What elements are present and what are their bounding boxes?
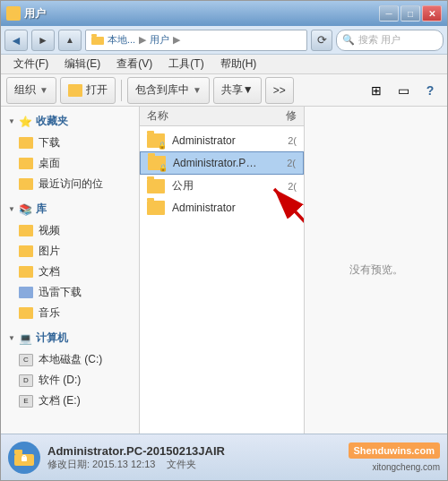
sidebar-item-drive-c[interactable]: C 本地磁盘 (C:)	[1, 349, 139, 370]
svg-rect-7	[14, 450, 22, 454]
sidebar-item-pictures[interactable]: 图片	[1, 241, 139, 262]
organize-label: 组织	[14, 82, 36, 98]
brand-area: Shenduwins.com xitongcheng.com	[349, 442, 440, 473]
file-item-0[interactable]: Administrator 2(	[140, 130, 304, 151]
sidebar-item-music[interactable]: 音乐	[1, 303, 139, 323]
desktop-label: 桌面	[39, 156, 60, 171]
music-label: 音乐	[39, 305, 60, 321]
svg-rect-1	[8, 9, 13, 12]
preview-toggle-button[interactable]: ▭	[392, 79, 415, 102]
drive-d-icon: D	[19, 374, 33, 387]
explorer-window: 用户 ─ □ ✕ ◄ ► ▲ 本地... ▶ 用户 ▶ ⟳ 🔍 搜索 用户	[0, 0, 448, 481]
svg-rect-0	[8, 12, 19, 18]
help-button[interactable]: ?	[418, 79, 442, 102]
close-button[interactable]: ✕	[422, 5, 442, 21]
menu-file[interactable]: 文件(F)	[6, 55, 56, 73]
favorites-header[interactable]: ▼ ⭐ 收藏夹	[1, 110, 139, 133]
file-item-1[interactable]: Administrator.PC-20150213JAIR 2(	[140, 151, 304, 175]
computer-expand-icon: ▼	[8, 334, 15, 342]
drive-d-label: 软件 (D:)	[39, 373, 81, 388]
thunder-folder-icon	[19, 287, 33, 298]
sidebar-item-thunder[interactable]: 迅雷下载	[1, 282, 139, 303]
sidebar-item-desktop[interactable]: 桌面	[1, 153, 139, 174]
file-name-2: 公用	[172, 178, 258, 193]
menu-tools[interactable]: 工具(T)	[161, 55, 211, 73]
file-item-2[interactable]: 公用 2(	[140, 175, 304, 197]
title-bar: 用户 ─ □ ✕	[1, 1, 447, 26]
organize-button[interactable]: 组织 ▼	[6, 77, 56, 104]
include-library-button[interactable]: 包含到库中 ▼	[127, 77, 210, 104]
share-button[interactable]: 共享▼	[213, 77, 262, 104]
file-date-1: 2(	[264, 158, 296, 168]
status-bar: Administrator.PC-20150213JAIR 修改日期: 2015…	[1, 434, 447, 480]
up-button[interactable]: ▲	[58, 30, 82, 51]
svg-rect-3	[91, 34, 97, 37]
computer-icon: 💻	[19, 332, 32, 345]
window-title: 用户	[24, 6, 46, 21]
brand-line2: xitongcheng.com	[372, 462, 440, 472]
menu-edit[interactable]: 编辑(E)	[57, 55, 108, 73]
minimize-button[interactable]: ─	[379, 5, 399, 21]
open-button[interactable]: 打开	[60, 77, 116, 104]
view-icon: ⊞	[371, 83, 382, 98]
computer-title: 计算机	[36, 331, 68, 346]
include-dropdown-icon: ▼	[193, 85, 202, 95]
menu-view[interactable]: 查看(V)	[109, 55, 159, 73]
search-bar[interactable]: 🔍 搜索 用户	[336, 30, 444, 51]
open-label: 打开	[86, 82, 108, 98]
main-content: ▼ ⭐ 收藏夹 下载 桌面 最近访问的位	[1, 107, 447, 434]
status-info: Administrator.PC-20150213JAIR 修改日期: 2015…	[47, 444, 341, 471]
forward-button[interactable]: ►	[31, 30, 55, 51]
view-toggle-button[interactable]: ⊞	[365, 79, 388, 102]
drive-c-icon: C	[19, 354, 33, 366]
pictures-folder-icon	[19, 245, 33, 257]
brand-line1: Shenduwins.com	[354, 445, 435, 456]
toolbar-right: ⊞ ▭ ?	[365, 79, 442, 102]
col-name-header[interactable]: 名称	[147, 108, 261, 124]
computer-header[interactable]: ▼ 💻 计算机	[1, 327, 139, 349]
file-folder-icon-2	[147, 179, 165, 193]
sidebar-item-drive-e[interactable]: E 文档 (E:)	[1, 391, 139, 411]
preview-icon: ▭	[398, 83, 409, 98]
file-date-3: 2(	[265, 202, 297, 213]
library-header[interactable]: ▼ 📚 库	[1, 198, 139, 220]
refresh-button[interactable]: ⟳	[311, 30, 332, 51]
maximize-button[interactable]: □	[401, 5, 420, 21]
menu-help[interactable]: 帮助(H)	[213, 55, 264, 73]
sidebar-item-video[interactable]: 视频	[1, 220, 139, 241]
file-name-3: Administrator	[172, 202, 258, 214]
video-label: 视频	[39, 223, 60, 238]
favorites-label: ⭐	[19, 116, 32, 128]
svg-rect-2	[91, 37, 104, 45]
sidebar-item-downloads[interactable]: 下载	[1, 133, 139, 153]
file-area: 名称 修 Administrator 2( Administrator.PC-2…	[140, 107, 304, 434]
library-section: ▼ 📚 库 视频 图片 文档 迅雷下载	[1, 198, 139, 323]
menu-bar: 文件(F) 编辑(E) 查看(V) 工具(T) 帮助(H)	[1, 55, 447, 74]
share-label: 共享▼	[221, 82, 254, 98]
drive-e-label: 文档 (E:)	[39, 393, 81, 408]
window-icon	[6, 6, 21, 21]
favorites-expand-icon: ▼	[8, 117, 15, 125]
sidebar-item-documents[interactable]: 文档	[1, 262, 139, 282]
nav-bar: ◄ ► ▲ 本地... ▶ 用户 ▶ ⟳ 🔍 搜索 用户	[1, 26, 447, 55]
toolbar: 组织 ▼ 打开 包含到库中 ▼ 共享▼ >> ⊞ ▭ ?	[1, 74, 447, 107]
folder-icon	[68, 84, 82, 97]
sidebar-item-drive-d[interactable]: D 软件 (D:)	[1, 370, 139, 391]
address-part-1: 本地...	[108, 33, 135, 47]
svg-rect-8	[22, 457, 27, 461]
recent-label: 最近访问的位	[39, 176, 103, 192]
downloads-folder-icon	[19, 137, 33, 149]
recent-folder-icon	[19, 178, 33, 190]
back-button[interactable]: ◄	[4, 30, 28, 51]
more-label: >>	[273, 84, 286, 97]
downloads-label: 下载	[39, 135, 60, 150]
col-date-header[interactable]: 修	[261, 108, 297, 124]
file-name-0: Administrator	[172, 134, 258, 147]
music-folder-icon	[19, 307, 33, 319]
address-bar[interactable]: 本地... ▶ 用户 ▶	[85, 30, 307, 51]
file-item-3[interactable]: Administrator 2(	[140, 197, 304, 219]
status-folder-icon	[8, 442, 40, 474]
sidebar-item-recent[interactable]: 最近访问的位	[1, 174, 139, 194]
more-button[interactable]: >>	[265, 77, 294, 104]
desktop-folder-icon	[19, 158, 33, 169]
